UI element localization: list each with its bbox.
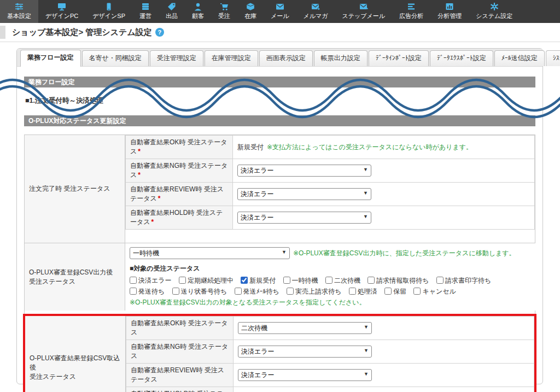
tab-report-output-settings[interactable]: 帳票出力設定	[314, 50, 368, 66]
status-checkbox-item[interactable]: 発送待ち	[130, 288, 165, 295]
row-label: O-PLUX審査結果登録CSV取込後 受注ステータス	[25, 316, 126, 392]
ng-status-select[interactable]: 決済エラー	[237, 165, 371, 177]
field-label: 自動審査結果HOLD時 受注ステータス	[126, 387, 234, 392]
import-ng-status-select[interactable]: 決済エラー	[238, 346, 372, 358]
table-row: 自動審査結果REVIEW時 受注ステータス* 決済エラー▼	[126, 183, 535, 206]
csv-export-status-select[interactable]: 一時待機	[130, 247, 290, 259]
field-value: 新規受付※支払方法によってはこの受注ステータスにならない時があります。	[233, 136, 535, 159]
tab-data-export-settings[interactable]: ﾃﾞｰﾀｴｸｽﾎﾟｰﾄ設定	[430, 50, 493, 66]
status-checkbox[interactable]	[241, 277, 248, 284]
nav-item-stepmail[interactable]: ステップメール	[335, 0, 393, 23]
import-review-status-select[interactable]: 決済エラー	[238, 369, 372, 381]
status-checkbox-item[interactable]: 発送ﾒｰﾙ待ち	[235, 288, 279, 295]
status-checkbox-item[interactable]: 決済エラー	[130, 277, 172, 284]
tab-data-import-settings[interactable]: ﾃﾞｰﾀｲﾝﾎﾟｰﾄ設定	[369, 50, 429, 66]
status-checkbox-group: 決済エラー 定期継続処理中 新規受付 一時待機 二次待機 請求情報取得待ち 請求…	[130, 275, 532, 297]
status-value-text: 新規受付	[237, 143, 264, 151]
nav-item-label: 広告分析	[399, 12, 423, 20]
status-checkbox-item[interactable]: 二次待機	[325, 277, 360, 284]
status-checkbox-item[interactable]: 保留	[384, 288, 406, 295]
status-checkbox-item[interactable]: 新規受付	[241, 277, 276, 284]
tab-inventory-mgmt-settings[interactable]: 在庫管理設定	[205, 50, 258, 66]
status-checkbox[interactable]	[235, 288, 242, 295]
gear-icon	[489, 2, 499, 11]
nav-item-design-sp[interactable]: デザインSP	[85, 0, 132, 23]
field-label: 自動審査結果REVIEW時 受注ステータス	[126, 364, 234, 387]
table-row: 自動審査結果NG時 受注ステータス* 決済エラー▼	[126, 159, 535, 183]
nav-item-design-pc[interactable]: デザインPC	[38, 0, 85, 23]
hold-status-select[interactable]: 決済エラー	[237, 212, 371, 224]
status-checkbox[interactable]	[368, 277, 375, 284]
sliders-icon	[14, 2, 24, 11]
field-label: 自動審査結果OK時 受注ステータス	[126, 317, 234, 340]
status-checkbox-item[interactable]: 定期継続処理中	[179, 277, 234, 284]
status-checkbox-item[interactable]: 実売上請求待ち	[287, 288, 341, 295]
table-row: 自動審査結果HOLD時 受注ステータス 決済エラー▼	[126, 387, 534, 392]
tab-order-mgmt-settings[interactable]: 受注管理設定	[150, 50, 203, 66]
table-row-csv-import-highlighted: O-PLUX審査結果登録CSV取込後 受注ステータス 自動審査結果OK時 受注ス…	[23, 314, 536, 392]
status-checkbox[interactable]	[413, 288, 421, 295]
nav-item-mailmag[interactable]: メルマガ	[296, 0, 335, 23]
nav-item-inventory[interactable]: 在庫	[237, 0, 264, 23]
top-navbar: 基本設定 デザインPC デザインSP 運営 出品 顧客 受注 在庫 メール メル…	[0, 0, 560, 23]
review-status-select[interactable]: 決済エラー	[237, 188, 371, 200]
nav-item-ad-analysis[interactable]: 広告分析	[392, 0, 430, 23]
tab-merge-settings[interactable]: 名寄せ・同梱設定	[82, 50, 149, 66]
status-checkbox-item[interactable]: 送り状番号待ち	[172, 288, 228, 295]
status-checkbox-item[interactable]: キャンセル	[413, 288, 456, 295]
status-checkbox[interactable]	[325, 277, 332, 284]
table-row: 自動審査結果NG時 受注ステータス 決済エラー▼	[126, 340, 534, 364]
tag-icon	[167, 2, 177, 11]
required-asterisk: *	[158, 195, 161, 202]
nav-item-mail[interactable]: メール	[264, 0, 296, 23]
nav-item-orders[interactable]: 受注	[211, 0, 237, 23]
tab-display-settings[interactable]: 画面表示設定	[259, 50, 313, 66]
status-checkbox-item[interactable]: 請求情報取得待ち	[368, 277, 429, 284]
nav-item-label: システム設定	[476, 12, 512, 20]
row-label: 注文完了時 受注ステータス	[25, 135, 125, 243]
status-checkbox[interactable]	[172, 288, 179, 295]
help-icon[interactable]: ?	[155, 28, 164, 37]
row-content: 自動審査結果OK時 受注ステータス 二次待機▼ 自動審査結果NG時 受注ステータ…	[126, 316, 534, 392]
mail-icon	[275, 2, 285, 11]
row-label: O-PLUX審査登録CSV出力後 受注ステータス	[25, 243, 125, 311]
status-checkbox[interactable]	[130, 288, 137, 295]
nav-item-analysis-mgmt[interactable]: 分析管理	[430, 0, 469, 23]
status-checkbox[interactable]	[130, 277, 137, 284]
tab-workflow-settings[interactable]: 業務フロー設定	[20, 50, 81, 67]
nav-item-customers[interactable]: 顧客	[185, 0, 211, 23]
panel-body: 業務フロー設定 ■1.注文受付時～決済処理 O-PLUX対応ステータス更新設定 …	[17, 77, 542, 392]
nav-item-label: 出品	[166, 12, 178, 20]
import-ok-status-select[interactable]: 二次待機	[238, 322, 372, 334]
breadcrumb-accent	[0, 26, 5, 39]
table-row: 自動審査結果REVIEW時 受注ステータス 決済エラー▼	[126, 364, 534, 387]
nav-item-label: 基本設定	[7, 12, 31, 20]
nav-item-basic-settings[interactable]: 基本設定	[0, 0, 38, 23]
status-checkbox-item[interactable]: 請求書印字待ち	[436, 277, 491, 284]
nav-item-operations[interactable]: 運営	[132, 0, 159, 23]
status-checkbox-item[interactable]: 一時待機	[283, 277, 318, 284]
table-row-csv-export: O-PLUX審査登録CSV出力後 受注ステータス 一時待機▼ ※O-PLUX審査…	[25, 243, 535, 311]
tab-mail-send-settings[interactable]: ﾒｰﾙ送信設定	[494, 50, 545, 66]
field-label: 自動審査結果NG時 受注ステータス*	[126, 159, 233, 183]
breadcrumb-row: ショップ基本設定> 管理システム設定 ?	[0, 23, 560, 42]
status-checkbox[interactable]	[287, 288, 294, 295]
row-content: 自動審査結果OK時 受注ステータス* 新規受付※支払方法によってはこの受注ステー…	[125, 135, 535, 243]
mail-dot-icon	[311, 2, 320, 11]
status-checkbox[interactable]	[179, 277, 186, 284]
smartphone-icon	[104, 2, 114, 11]
nav-item-label: 在庫	[244, 12, 256, 20]
status-checkbox[interactable]	[349, 288, 356, 295]
status-checkbox[interactable]	[384, 288, 392, 295]
status-checkbox[interactable]	[283, 277, 290, 284]
status-checkbox-item[interactable]: 処理済	[349, 288, 377, 295]
nav-item-system-settings[interactable]: システム設定	[469, 0, 520, 23]
person-icon	[193, 2, 203, 11]
bars-icon	[406, 2, 416, 11]
field-label: 自動審査結果NG時 受注ステータス	[126, 340, 234, 364]
tab-system-settings[interactable]: ｼｽﾃﾑ設定	[546, 50, 560, 66]
table-row: 自動審査結果OK時 受注ステータス 二次待機▼	[126, 317, 534, 340]
status-checkbox[interactable]	[436, 277, 444, 284]
nav-item-listing[interactable]: 出品	[159, 0, 185, 23]
tab-strip: 業務フロー設定 名寄せ・同梱設定 受注管理設定 在庫管理設定 画面表示設定 帳票…	[17, 49, 542, 67]
